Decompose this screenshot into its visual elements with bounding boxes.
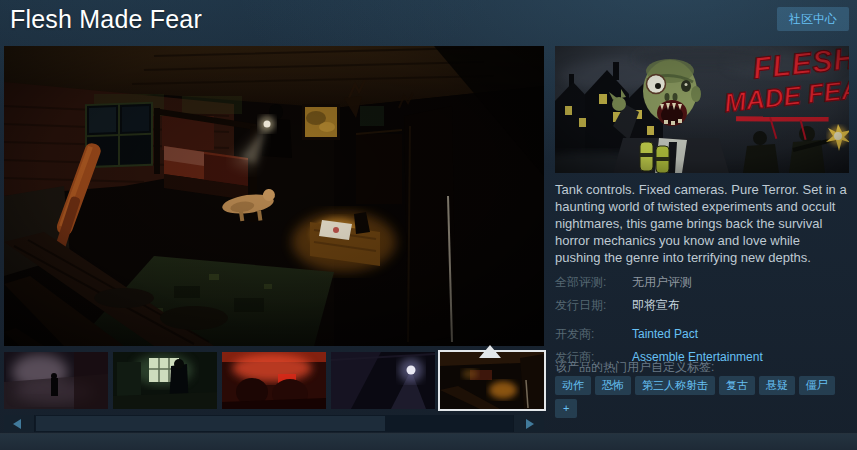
release-date-value: 即将宣布 (632, 298, 680, 312)
screenshot-thumbnail-4[interactable] (331, 352, 435, 409)
tag-suspense[interactable]: 悬疑 (759, 376, 795, 395)
screenshot-thumbnail-3[interactable] (222, 352, 326, 409)
main-screenshot-image (4, 46, 544, 346)
tag-horror[interactable]: 恐怖 (595, 376, 631, 395)
left-arrow-icon (13, 419, 21, 429)
meta-row-reviews: 全部评测: 无用户评测 (555, 275, 849, 289)
tag-retro[interactable]: 复古 (719, 376, 755, 395)
tags-list: 动作 恐怖 第三人称射击 复古 悬疑 僵尸 + (555, 376, 849, 418)
reviews-label: 全部评测: (555, 275, 632, 289)
developer-label: 开发商: (555, 327, 632, 341)
game-info-sidebar: FLESH MADE FEAR Tank controls. Fixed cam… (555, 46, 849, 450)
selected-thumbnail-caret (479, 345, 501, 358)
reviews-value: 无用户评测 (632, 275, 692, 289)
meta-row-developer: 开发商: Tainted Pact (555, 327, 849, 341)
screenshot-thumbnail-strip (4, 352, 544, 409)
release-date-label: 发行日期: (555, 298, 632, 312)
tag-zombies[interactable]: 僵尸 (799, 376, 835, 395)
screenshot-thumbnail-1[interactable] (4, 352, 108, 409)
tag-action[interactable]: 动作 (555, 376, 591, 395)
community-hub-button[interactable]: 社区中心 (777, 7, 849, 31)
screenshot-player[interactable] (4, 46, 544, 346)
tag-third-person-shooter[interactable]: 第三人称射击 (635, 376, 715, 395)
developer-link[interactable]: Tainted Pact (632, 327, 698, 341)
right-arrow-icon (526, 419, 534, 429)
screenshot-thumbnail-5-selected[interactable] (440, 352, 544, 409)
meta-row-release-date: 发行日期: 即将宣布 (555, 298, 849, 312)
add-tag-button[interactable]: + (555, 399, 577, 418)
app-header: Flesh Made Fear 社区中心 (0, 0, 857, 40)
screenshot-thumbnail-2[interactable] (113, 352, 217, 409)
page-title: Flesh Made Fear (10, 3, 202, 35)
scrollbar-thumb[interactable] (36, 416, 385, 431)
game-description: Tank controls. Fixed cameras. Pure Terro… (555, 181, 849, 266)
scrollbar-track[interactable] (35, 415, 513, 432)
tags-section-label: 该产品的热门用户自定义标签: (555, 359, 849, 375)
game-capsule-image: FLESH MADE FEAR (555, 46, 849, 173)
scroll-left-button[interactable] (4, 415, 34, 432)
thumbnail-scrollbar (4, 415, 544, 432)
scroll-right-button[interactable] (514, 415, 544, 432)
